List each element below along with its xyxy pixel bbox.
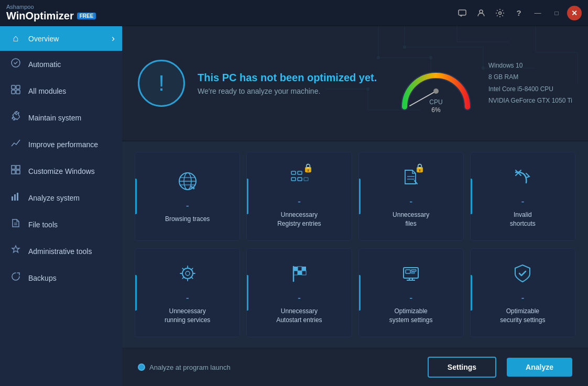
customize-icon xyxy=(9,164,22,178)
sidebar-item-improve-performance[interactable]: Improve performance xyxy=(0,131,122,158)
minimize-button[interactable]: — xyxy=(529,5,546,21)
sidebar-label-improve-performance: Improve performance xyxy=(28,140,98,149)
svg-point-41 xyxy=(186,271,190,275)
autostart-count: - xyxy=(298,293,301,304)
svg-rect-10 xyxy=(12,170,15,174)
launch-label: Analyze at program launch xyxy=(149,363,231,371)
free-badge: FREE xyxy=(77,13,96,19)
module-autostart-entries[interactable]: - UnnecessaryAutostart entries xyxy=(246,248,352,337)
shortcuts-icon xyxy=(511,166,533,192)
security-count: - xyxy=(521,293,524,304)
services-label: Unnecessaryrunning services xyxy=(165,307,210,325)
sidebar-item-administrative-tools[interactable]: Administrative tools xyxy=(0,238,122,264)
registry-count: - xyxy=(298,196,301,207)
launch-option[interactable]: Analyze at program launch xyxy=(138,363,231,371)
browsing-traces-label: Browsing traces xyxy=(165,215,210,224)
analyze-icon xyxy=(9,191,22,204)
analyze-button[interactable]: Analyze xyxy=(507,358,572,377)
sidebar-item-file-tools[interactable]: File tools xyxy=(0,211,122,238)
sidebar-item-automatic[interactable]: Automatic xyxy=(0,51,122,78)
security-settings-icon xyxy=(511,262,533,289)
sidebar-label-analyze-system: Analyze system xyxy=(28,194,80,202)
sidebar-label-overview: Overview xyxy=(28,35,59,43)
window-controls: ? — □ ✕ xyxy=(454,5,582,21)
sidebar-item-overview[interactable]: ⌂ Overview xyxy=(0,26,122,51)
svg-rect-0 xyxy=(459,10,466,15)
gpu-info: NVIDIA GeForce GTX 1050 Ti xyxy=(488,96,572,106)
sidebar-item-analyze-system[interactable]: Analyze system xyxy=(0,184,122,211)
svg-rect-13 xyxy=(14,194,16,201)
files-icon: 🔒 xyxy=(400,166,422,192)
module-security-settings[interactable]: - Optimizablesecurity settings xyxy=(470,248,575,337)
sidebar-item-maintain-system[interactable]: Maintain system xyxy=(0,104,122,131)
settings-button[interactable] xyxy=(492,5,508,21)
sidebar-label-backups: Backups xyxy=(28,274,57,282)
file-tools-icon xyxy=(9,218,22,231)
feedback-button[interactable] xyxy=(454,5,471,21)
svg-rect-51 xyxy=(411,270,416,271)
system-settings-label: Optimizablesystem settings xyxy=(389,307,433,325)
svg-rect-9 xyxy=(16,166,20,169)
system-info: Windows 10 8 GB RAM Intel Core i5-8400 C… xyxy=(488,61,572,106)
sidebar-label-administrative-tools: Administrative tools xyxy=(28,247,92,256)
globe-icon xyxy=(177,170,199,196)
alert-text: This PC has not been optimized yet. We'r… xyxy=(198,72,377,95)
svg-rect-7 xyxy=(16,90,20,94)
automatic-icon xyxy=(9,58,22,71)
svg-rect-6 xyxy=(12,90,15,94)
modules-row-1: - Browsing traces 🔒 xyxy=(135,152,575,241)
sidebar-label-customize-windows: Customize Windows xyxy=(28,167,95,175)
help-button[interactable]: ? xyxy=(510,5,527,21)
svg-rect-31 xyxy=(291,171,296,174)
shortcuts-label: Invalidshortcuts xyxy=(510,211,536,228)
security-label: Optimizablesecurity settings xyxy=(500,307,545,325)
sidebar-label-maintain-system: Maintain system xyxy=(28,114,81,122)
product-name: WinOptimizer xyxy=(6,10,74,21)
profile-button[interactable] xyxy=(473,5,489,21)
svg-point-23 xyxy=(433,89,439,94)
svg-rect-11 xyxy=(16,170,20,174)
settings-button[interactable]: Settings xyxy=(428,357,496,378)
module-running-services[interactable]: - Unnecessaryrunning services xyxy=(135,248,240,337)
svg-rect-52 xyxy=(411,272,415,273)
shortcuts-count: - xyxy=(521,196,524,207)
main-layout: ⌂ Overview Automatic All modules Maintai… xyxy=(0,26,588,386)
module-invalid-shortcuts[interactable]: - Invalidshortcuts xyxy=(470,152,575,241)
browsing-traces-count: - xyxy=(186,201,189,212)
header-alert: ! This PC has not been optimized yet. We… xyxy=(138,60,394,107)
svg-point-20 xyxy=(403,46,406,49)
module-registry-entries[interactable]: 🔒 - UnnecessaryRegistry entries xyxy=(246,152,352,241)
brand-name: Ashampoo xyxy=(6,4,96,10)
sidebar-item-customize-windows[interactable]: Customize Windows xyxy=(0,158,122,184)
cpu-gauge-area: CPU 6% Windows 10 8 GB RAM Intel Core i5… xyxy=(394,49,572,117)
system-settings-count: - xyxy=(409,293,412,304)
sidebar-label-automatic: Automatic xyxy=(28,60,61,69)
svg-rect-47 xyxy=(302,271,306,275)
svg-point-17 xyxy=(377,56,380,59)
sidebar-item-backups[interactable]: Backups xyxy=(0,264,122,291)
improve-icon xyxy=(9,138,22,151)
alert-icon: ! xyxy=(138,60,185,107)
header-panel: ! This PC has not been optimized yet. We… xyxy=(122,26,588,141)
sidebar-item-all-modules[interactable]: All modules xyxy=(0,78,122,104)
maximize-button[interactable]: □ xyxy=(548,5,565,21)
svg-rect-46 xyxy=(298,271,302,275)
content-area: ! This PC has not been optimized yet. We… xyxy=(122,26,588,386)
module-unnecessary-files[interactable]: 🔒 - Unnecessaryfiles xyxy=(358,152,464,241)
backups-icon xyxy=(9,271,22,284)
system-settings-icon xyxy=(400,262,422,289)
ram-info: 8 GB RAM xyxy=(488,72,572,82)
svg-rect-5 xyxy=(16,85,20,89)
home-icon: ⌂ xyxy=(9,33,22,44)
svg-rect-32 xyxy=(298,171,302,174)
sidebar-label-file-tools: File tools xyxy=(28,220,58,229)
module-system-settings[interactable]: - Optimizablesystem settings xyxy=(358,248,464,337)
svg-point-1 xyxy=(480,10,483,13)
svg-rect-44 xyxy=(302,267,306,271)
services-count: - xyxy=(186,293,189,304)
maintain-icon xyxy=(9,111,22,124)
module-browsing-traces[interactable]: - Browsing traces xyxy=(135,152,240,241)
footer: Analyze at program launch Settings Analy… xyxy=(122,348,588,386)
alert-subtitle: We're ready to analyze your machine. xyxy=(198,87,377,95)
close-button[interactable]: ✕ xyxy=(567,6,582,20)
